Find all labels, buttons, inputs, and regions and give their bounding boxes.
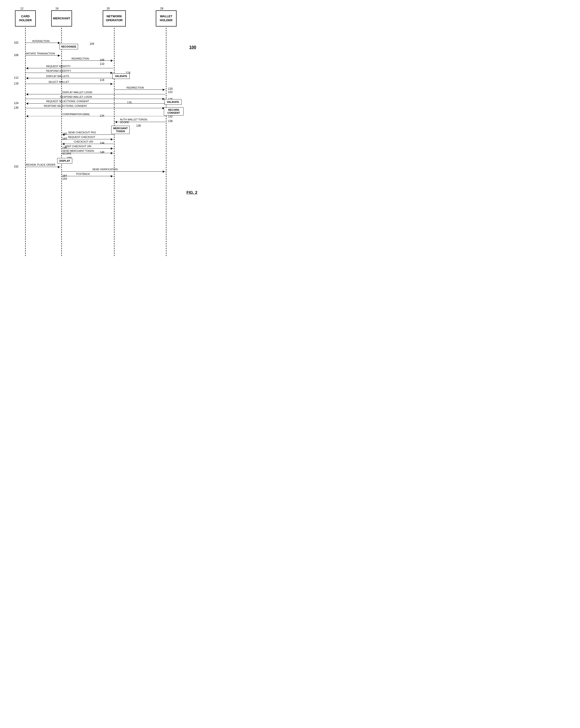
action-record-consent: RECORDCONSENT bbox=[164, 107, 183, 115]
ref-144: 144 bbox=[100, 141, 104, 145]
lifeline-merchant bbox=[61, 28, 62, 256]
ref-122: 122 bbox=[168, 90, 173, 94]
arrow-visit-checkout-uri bbox=[61, 148, 114, 149]
ref-128: 128 bbox=[127, 101, 131, 104]
action-merchant-token: MERCHANTTOKEN bbox=[111, 126, 130, 134]
ref-120: 120 bbox=[168, 87, 173, 90]
ref-132: 132 bbox=[168, 115, 173, 118]
ref-110: 110 bbox=[100, 62, 104, 66]
ref-154: 154 bbox=[62, 177, 67, 180]
ref-20: 20 bbox=[107, 7, 110, 10]
label-confirmation-email: CONFIRMATION EMAIL bbox=[62, 113, 90, 115]
ref-12: 12 bbox=[20, 7, 23, 10]
label-display-wallet-login: DISPLAY WALLET LOGIN bbox=[62, 91, 92, 94]
ref-136: 136 bbox=[168, 120, 173, 123]
step-118: 118 bbox=[14, 82, 19, 85]
arrow-request-checkout bbox=[61, 139, 114, 139]
label-respond-selections: RESPOND SELECTIONS; CONSENT bbox=[44, 104, 87, 107]
label-initiate-transaction: INITIATE TRANSACTION bbox=[26, 52, 55, 55]
actor-card-holder: CARD HOLDER bbox=[15, 10, 36, 27]
actor-merchant: MERCHANT bbox=[51, 10, 72, 27]
action-recognize: RECOGNIZE bbox=[59, 44, 78, 49]
label-send-verification: SEND VERIFICATION bbox=[92, 168, 118, 171]
label-request-selections: REQUEST SELECTIONS; CONSENT bbox=[46, 100, 89, 103]
arrow-respond-identity bbox=[25, 73, 113, 73]
label-respond-identity: RESPOND IDENTITY bbox=[46, 70, 71, 72]
label-postback: POSTBACK bbox=[76, 173, 90, 175]
action-validate-126: VALIDATE bbox=[164, 99, 182, 105]
label-send-checkout-pkg: SEND CHECKOUT PKG bbox=[68, 131, 96, 134]
step-112: 112 bbox=[14, 76, 19, 79]
action-display: DISPLAY bbox=[57, 158, 72, 163]
step-152: 152 bbox=[14, 165, 19, 168]
reference-100: 100 bbox=[189, 45, 196, 50]
ref-142: 142 bbox=[62, 137, 67, 140]
label-select-wallet: SELECT WALLET bbox=[48, 80, 69, 83]
arrow-postback bbox=[61, 176, 114, 176]
ref-148: 148 bbox=[100, 151, 104, 154]
ref-28: 28 bbox=[160, 7, 163, 10]
label-request-identity: REQUEST IDENTITY bbox=[46, 65, 71, 68]
ref-164: 164 bbox=[62, 174, 67, 177]
label-display-wallets: DISPLAY WALLETS bbox=[46, 75, 69, 78]
figure-label: FIG. 2 bbox=[186, 190, 197, 195]
label-visit-checkout-uri: VISIT CHECKOUT URI bbox=[65, 145, 92, 148]
lifeline-wallet-holder bbox=[166, 28, 167, 256]
ref-134: 134 bbox=[100, 114, 104, 118]
action-validate-114: VALIDATE bbox=[112, 73, 130, 79]
label-redirection-120: REDIRECTION bbox=[126, 86, 144, 89]
arrow-redirection-108 bbox=[61, 60, 114, 61]
arrow-request-selections bbox=[25, 103, 165, 104]
arrow-respond-wallet-login bbox=[25, 99, 165, 99]
actor-wallet-holder: WALLETHOLDER bbox=[156, 10, 177, 27]
step-106: 106 bbox=[14, 53, 19, 57]
actor-network-operator: NETWORKOPERATOR bbox=[103, 10, 126, 27]
label-review-place-order: REVIEW; PLACE ORDER bbox=[26, 163, 55, 166]
label-checkout-uri: CHECKOUT URI bbox=[74, 140, 93, 143]
label-interaction: INTERACTION bbox=[32, 40, 50, 43]
label-redirection-108: REDIRECTION bbox=[72, 57, 89, 60]
label-auth-wallet-token: AUTH WALLET TOKEN;SCOPE bbox=[120, 118, 148, 124]
label-respond-wallet-login: RESPOND WALLET LOGIN bbox=[60, 96, 92, 98]
ref-116: 116 bbox=[100, 78, 104, 82]
arrow-display-wallets bbox=[25, 78, 113, 78]
arrow-initiate-transaction bbox=[25, 55, 61, 56]
ref-138: 138 bbox=[136, 124, 141, 127]
lifeline-network-operator bbox=[114, 28, 115, 256]
ref-16: 16 bbox=[55, 7, 58, 10]
step-130: 130 bbox=[14, 106, 19, 109]
ref-108: 108 bbox=[100, 58, 104, 61]
arrow-interaction bbox=[25, 43, 61, 43]
arrow-select-wallet bbox=[25, 84, 113, 84]
lifeline-card-holder bbox=[25, 28, 26, 256]
sequence-diagram: 100 12 16 20 28 CARD HOLDER MERCHANT NET… bbox=[0, 0, 208, 261]
ref-104: 104 bbox=[90, 42, 94, 46]
step-124: 124 bbox=[14, 102, 19, 105]
arrow-send-checkout-pkg bbox=[61, 134, 114, 135]
arrow-review-place-order bbox=[25, 167, 61, 167]
label-send-merchant-token: SEND MERCHANT TOKEN;SCOPE bbox=[62, 150, 94, 155]
label-request-checkout: REQUEST CHECKOUT bbox=[68, 136, 95, 138]
step-102: 102 bbox=[14, 41, 19, 44]
arrow-redirection-120 bbox=[114, 89, 166, 90]
